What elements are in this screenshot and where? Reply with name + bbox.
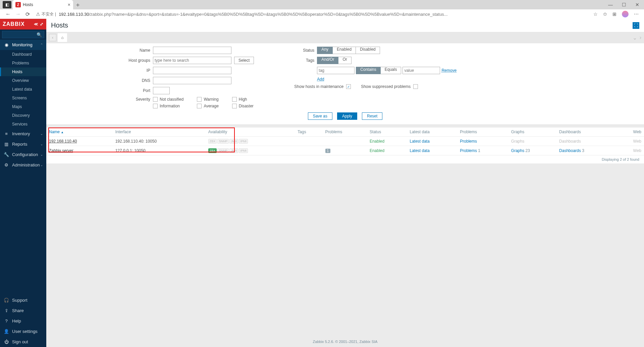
sidebar-item-maps[interactable]: Maps [0, 102, 46, 111]
select-button[interactable]: Select [234, 57, 254, 64]
app-icon[interactable]: ◧ [3, 1, 11, 8]
dashboards-link[interactable]: Dashboards [559, 148, 581, 153]
more-icon[interactable]: ⋯ [634, 11, 639, 17]
window-maximize-button[interactable]: ☐ [617, 0, 631, 9]
nav-reports[interactable]: ▥ Reports ⌄ [0, 139, 46, 149]
sidebar-item-hosts[interactable]: Hosts [0, 67, 46, 76]
status-disabled-button[interactable]: Disabled [356, 47, 380, 54]
host-link[interactable]: Zabbix server [49, 148, 73, 153]
filter-home-tab[interactable]: ⌂ [58, 33, 67, 42]
star-icon[interactable]: ☆ [593, 11, 598, 17]
profile-avatar[interactable] [622, 11, 629, 17]
tag-add-link[interactable]: Add [317, 77, 324, 82]
status-any-button[interactable]: Any [317, 47, 333, 54]
col-availability: Availability [206, 128, 295, 137]
logo-text: ZABBIX [3, 21, 25, 27]
graphs-link[interactable]: Graphs [511, 148, 524, 153]
tag-value-input[interactable] [402, 67, 440, 74]
kiosk-button[interactable]: ⛶ [633, 22, 639, 29]
sidebar-item-problems[interactable]: Problems [0, 59, 46, 67]
nav-configuration[interactable]: 🔧 Configuration ⌄ [0, 149, 46, 160]
nav-help[interactable]: ?Help [0, 316, 46, 326]
browser-tab[interactable]: Z Hosts × [13, 0, 73, 9]
chevron-up-icon: ⌃ [40, 43, 43, 47]
filter-label-tags: Tags [294, 58, 314, 63]
severity-information-checkbox[interactable] [153, 104, 158, 108]
sidebar-item-screens[interactable]: Screens [0, 94, 46, 102]
gear-icon: ⚙ [3, 162, 9, 167]
filter-back-icon[interactable]: ‹ [49, 34, 56, 41]
match-equals-button[interactable]: Equals [381, 67, 401, 74]
window-close-button[interactable]: ✕ [631, 0, 644, 9]
nav-monitoring[interactable]: ◉ Monitoring ⌃ [0, 40, 46, 50]
filter-ip-input[interactable] [153, 67, 231, 74]
problem-count-badge[interactable]: 1 [325, 149, 331, 153]
col-status[interactable]: Status [367, 128, 407, 137]
col-tags: Tags [295, 128, 322, 137]
new-tab-button[interactable]: ＋ [73, 0, 83, 9]
url-field[interactable]: ⚠ 不安全 | 192.168.110.30/zabbix.php?name=&… [36, 11, 591, 17]
web-link: Web [633, 139, 641, 144]
nav-label: Administration [12, 162, 40, 167]
severity-average-checkbox[interactable] [197, 104, 202, 108]
severity-warning-checkbox[interactable] [197, 97, 202, 102]
nav-label: Help [12, 318, 21, 324]
favorites-icon[interactable]: ✩ [603, 11, 607, 17]
sidebar-item-discovery[interactable]: Discovery [0, 111, 46, 120]
tag-remove-link[interactable]: Remove [441, 68, 457, 73]
nav-support[interactable]: 🎧Support [0, 295, 46, 305]
nav-share[interactable]: ⇪Share [0, 305, 46, 316]
save-as-button[interactable]: Save as [308, 112, 332, 120]
nav-administration[interactable]: ⚙ Administration ⌄ [0, 160, 46, 170]
collections-icon[interactable]: ⊞ [612, 11, 616, 17]
filter-port-input[interactable] [153, 87, 170, 94]
col-name[interactable]: Name ▲ [46, 128, 113, 137]
nav-reload-button[interactable]: ⟳ [25, 11, 30, 17]
severity-label: Disaster [239, 104, 254, 108]
status-enabled-button[interactable]: Enabled [333, 47, 356, 54]
nav-label: User settings [12, 329, 38, 334]
apply-button[interactable]: Apply [337, 112, 357, 120]
filter-dns-input[interactable] [153, 77, 231, 84]
sidebar-item-services[interactable]: Services [0, 120, 46, 129]
reset-button[interactable]: Reset [362, 112, 382, 120]
match-contains-button[interactable]: Contains [356, 67, 380, 74]
help-icon: ? [3, 318, 9, 324]
sidebar-item-dashboard[interactable]: Dashboard [0, 50, 46, 59]
zabbix-link[interactable]: Zabbix SIA [360, 340, 378, 344]
sidebar-collapse-icon[interactable]: ≪ ⤢ [34, 22, 44, 27]
sidebar-search[interactable]: 🔍 [0, 30, 46, 40]
sidebar-item-overview[interactable]: Overview [0, 76, 46, 85]
filter-next-icon[interactable]: › [640, 35, 641, 41]
problems-link[interactable]: Problems [460, 148, 477, 153]
problems-link[interactable]: Problems [460, 139, 477, 144]
severity-notclassified-checkbox[interactable] [153, 97, 158, 102]
latest-data-link[interactable]: Latest data [410, 148, 429, 153]
show-maint-checkbox[interactable]: ✓ [346, 84, 351, 89]
tag-name-input[interactable] [317, 67, 355, 74]
severity-disaster-checkbox[interactable] [232, 104, 237, 108]
logo[interactable]: ZABBIX ≪ ⤢ [0, 19, 46, 30]
filter-name-input[interactable] [153, 47, 231, 54]
severity-high-checkbox[interactable] [232, 97, 237, 102]
filter-prev-icon[interactable]: ⌄ [633, 35, 637, 41]
latest-data-link[interactable]: Latest data [410, 139, 429, 144]
tags-or-button[interactable]: Or [338, 57, 351, 64]
tags-andor-button[interactable]: And/Or [317, 57, 338, 64]
nav-forward-button: → [15, 11, 21, 17]
security-indicator[interactable]: ⚠ 不安全 | [36, 11, 56, 17]
window-minimize-button[interactable]: — [604, 0, 617, 9]
nav-sign-out[interactable]: ⏻Sign out [0, 337, 46, 347]
sidebar-item-latest-data[interactable]: Latest data [0, 85, 46, 94]
nav-back-button[interactable]: ← [5, 11, 11, 17]
home-icon: ⌂ [61, 35, 63, 40]
tab-close-icon[interactable]: × [68, 2, 70, 7]
tab-title: Hosts [23, 2, 68, 7]
nav-inventory[interactable]: ≡ Inventory ⌄ [0, 129, 46, 139]
filter-hostgroups-input[interactable] [153, 57, 231, 64]
show-supp-checkbox[interactable] [413, 84, 418, 89]
zbx-badge: ZBX [208, 139, 217, 144]
nav-user-settings[interactable]: 👤User settings [0, 326, 46, 337]
host-link[interactable]: 192.168.110.40 [49, 139, 77, 144]
interface-cell: 192.168.110.40: 10050 [113, 137, 206, 146]
